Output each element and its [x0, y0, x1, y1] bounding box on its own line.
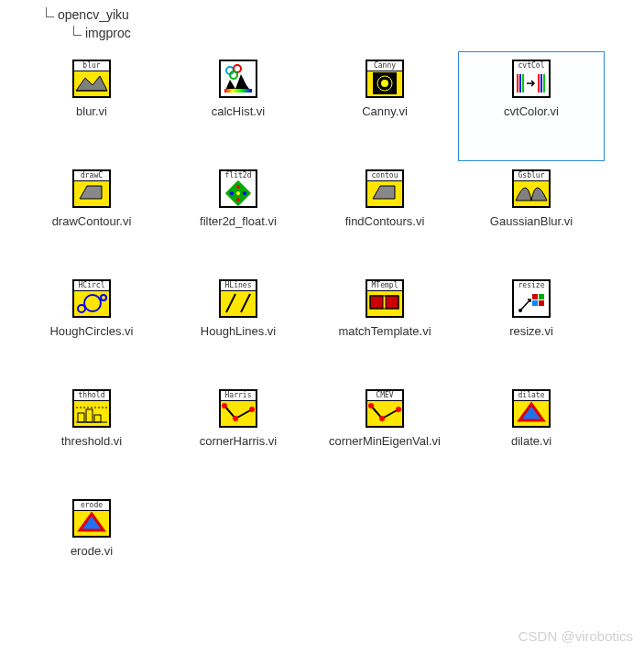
- vi-item-label: erode.vi: [71, 543, 113, 559]
- svg-rect-32: [539, 300, 544, 306]
- svg-point-21: [84, 295, 101, 311]
- vi-item-matchTemplate-vi[interactable]: MTemplmatchTemplate.vi: [311, 271, 458, 381]
- vi-item-label: findContours.vi: [345, 213, 425, 229]
- svg-point-23: [101, 295, 106, 300]
- vi-item-label: HoughCircles.vi: [49, 323, 133, 339]
- vi-item-threshold-vi[interactable]: thholdthreshold.vi: [18, 381, 165, 491]
- breadcrumb: opencv_yiku imgproc: [0, 0, 644, 42]
- vi-item-cornerHarris-vi[interactable]: HarriscornerHarris.vi: [165, 381, 311, 491]
- svg-point-22: [78, 305, 85, 312]
- svg-rect-37: [94, 415, 101, 422]
- svg-point-43: [379, 416, 385, 421]
- calcHist-icon: [219, 60, 257, 98]
- vi-item-resize-vi[interactable]: resizeresize.vi: [458, 271, 605, 381]
- cvtColor-icon: cvtCol: [512, 60, 551, 98]
- resize-icon: resize: [512, 279, 551, 318]
- vi-item-blur-vi[interactable]: blurblur.vi: [18, 51, 165, 161]
- matchTemplate-icon: MTempl: [366, 279, 404, 318]
- vi-item-label: drawContour.vi: [52, 213, 132, 229]
- vi-item-label: dilate.vi: [511, 433, 551, 449]
- svg-line-24: [226, 294, 235, 312]
- threshold-icon: thhold: [72, 389, 111, 428]
- vi-item-dilate-vi[interactable]: dilatedilate.vi: [458, 381, 605, 491]
- vi-item-cornerMinEigenVal-vi[interactable]: CMEVcornerMinEigenVal.vi: [311, 381, 458, 491]
- svg-point-7: [381, 80, 388, 87]
- svg-point-41: [249, 407, 255, 412]
- vi-item-filter2d_float-vi[interactable]: flit2dfilter2d_float.vi: [165, 161, 311, 271]
- svg-rect-13: [543, 74, 545, 93]
- vi-item-label: matchTemplate.vi: [338, 323, 431, 339]
- vi-item-label: cvtColor.vi: [504, 103, 559, 119]
- svg-rect-31: [532, 300, 538, 306]
- svg-rect-29: [532, 294, 538, 299]
- svg-rect-26: [370, 296, 383, 309]
- vi-item-label: GaussianBlur.vi: [490, 213, 573, 229]
- vi-item-calcHist-vi[interactable]: calcHist.vi: [165, 51, 311, 161]
- vi-item-findContours-vi[interactable]: contoufindContours.vi: [311, 161, 458, 271]
- erode-icon: erode: [72, 499, 111, 538]
- houghCircles-icon: HCircl: [72, 279, 111, 318]
- svg-rect-12: [540, 74, 542, 93]
- canny-icon: Canny: [366, 60, 404, 98]
- vi-item-Canny-vi[interactable]: CannyCanny.vi: [311, 51, 458, 161]
- vi-item-drawContour-vi[interactable]: drawCdrawContour.vi: [18, 161, 165, 271]
- cornerHarris-icon: Harris: [219, 389, 257, 428]
- svg-rect-27: [386, 296, 398, 309]
- svg-rect-30: [539, 294, 544, 299]
- blur-icon: blur: [72, 60, 111, 98]
- vi-item-label: HoughLines.vi: [201, 323, 276, 339]
- vi-item-label: filter2d_float.vi: [200, 213, 277, 229]
- svg-rect-35: [78, 413, 84, 422]
- vi-item-label: resize.vi: [509, 323, 553, 339]
- vi-item-label: calcHist.vi: [212, 103, 266, 119]
- breadcrumb-l1[interactable]: opencv_yiku: [58, 7, 129, 22]
- vi-item-erode-vi[interactable]: erodeerode.vi: [18, 491, 165, 601]
- svg-point-42: [368, 403, 374, 408]
- vi-item-label: blur.vi: [76, 103, 107, 119]
- vi-item-label: Canny.vi: [362, 103, 408, 119]
- vi-item-GaussianBlur-vi[interactable]: GsblurGaussianBlur.vi: [458, 161, 605, 271]
- svg-rect-10: [522, 74, 524, 93]
- svg-rect-4: [224, 89, 252, 93]
- houghLines-icon: HLines: [219, 279, 257, 318]
- svg-rect-11: [538, 74, 540, 93]
- vi-item-label: cornerMinEigenVal.vi: [329, 433, 441, 449]
- breadcrumb-l2[interactable]: imgproc: [85, 26, 131, 40]
- svg-point-39: [222, 403, 227, 408]
- vi-item-cvtColor-vi[interactable]: cvtColcvtColor.vi: [458, 51, 605, 161]
- gaussian-icon: Gsblur: [512, 169, 551, 208]
- svg-rect-9: [519, 74, 521, 93]
- svg-line-25: [241, 294, 250, 312]
- drawContour-icon: drawC: [72, 169, 111, 208]
- filter2d-icon: flit2d: [219, 169, 257, 208]
- cornerMEV-icon: CMEV: [366, 389, 404, 428]
- findContours-icon: contou: [366, 169, 404, 208]
- svg-rect-8: [517, 74, 518, 93]
- watermark: CSDN @virobotics: [518, 628, 633, 644]
- vi-item-label: threshold.vi: [61, 433, 122, 449]
- dilate-icon: dilate: [512, 389, 551, 428]
- icon-grid: blurblur.vicalcHist.viCannyCanny.vicvtCo…: [0, 42, 644, 601]
- svg-rect-36: [86, 409, 93, 422]
- svg-point-40: [233, 416, 238, 421]
- svg-point-44: [396, 407, 401, 412]
- vi-item-HoughCircles-vi[interactable]: HCirclHoughCircles.vi: [18, 271, 165, 381]
- vi-item-label: cornerHarris.vi: [200, 433, 278, 449]
- vi-item-HoughLines-vi[interactable]: HLinesHoughLines.vi: [165, 271, 311, 381]
